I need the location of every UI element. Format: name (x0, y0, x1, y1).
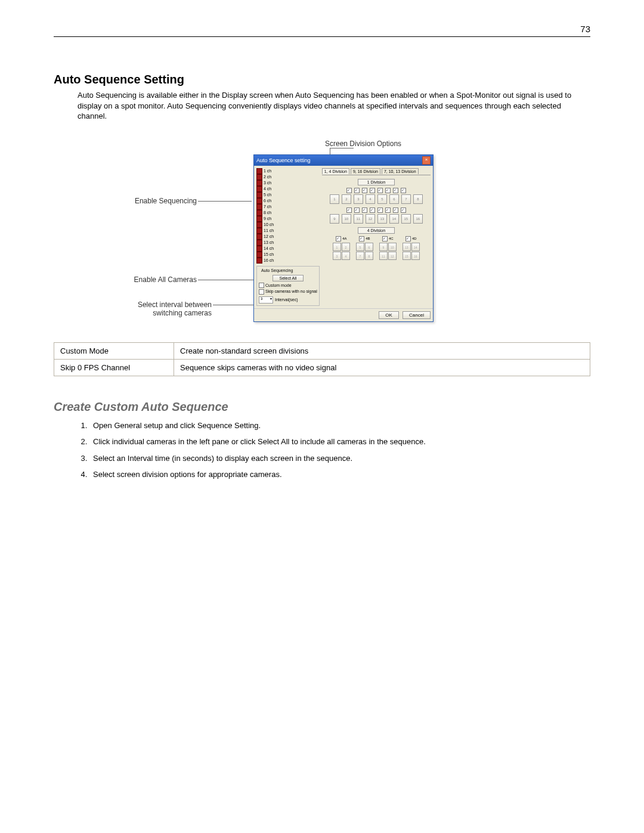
channel-label: 13 ch (264, 240, 274, 244)
channel-checkbox[interactable] (370, 208, 375, 213)
channel-row[interactable]: 14 ch (256, 246, 286, 252)
channel-checkbox[interactable] (354, 208, 360, 213)
dialog-footer: OK Cancel (254, 308, 433, 321)
figure-area: Screen Division Options Enable Sequencin… (128, 140, 516, 324)
channel-checkbox[interactable] (385, 208, 391, 213)
channel-buttons-row-1: 12345678 (322, 194, 431, 204)
channel-checkbox[interactable] (393, 208, 398, 213)
channel-button[interactable]: 10 (342, 214, 351, 224)
channel-label: 3 ch (264, 181, 271, 185)
channel-checkbox[interactable] (370, 188, 375, 193)
channel-button[interactable]: 12 (366, 214, 375, 224)
def-key: Custom Mode (54, 342, 174, 359)
channel-label: 16 ch (264, 258, 274, 262)
channel-row[interactable]: 16 ch (256, 258, 286, 264)
channel-button[interactable]: 5 (377, 194, 387, 204)
group-checkbox[interactable] (405, 236, 411, 241)
interval-select[interactable]: 3 (259, 296, 273, 304)
channel-row[interactable]: 10 ch (256, 222, 286, 228)
channel-label: 6 ch (264, 199, 271, 203)
channel-enable-icon (256, 216, 262, 222)
channel-row[interactable]: 5 ch (256, 192, 286, 198)
skip-nosignal-checkbox[interactable]: Skip cameras with no signal (259, 289, 317, 295)
channel-enable-icon (256, 210, 262, 216)
ok-button[interactable]: OK (379, 311, 399, 319)
channel-row[interactable]: 15 ch (256, 252, 286, 258)
four-grid-c[interactable]: 9101112 (379, 243, 397, 260)
channel-row[interactable]: 9 ch (256, 216, 286, 222)
group-checkbox[interactable] (382, 236, 388, 241)
channel-row[interactable]: 12 ch (256, 234, 286, 240)
channel-button[interactable]: 16 (413, 214, 423, 224)
tab-9-16-division[interactable]: 9, 16 Division (351, 168, 380, 174)
channel-row[interactable]: 13 ch (256, 240, 286, 246)
table-row: Skip 0 FPS Channel Sequence skips camera… (54, 359, 590, 376)
channel-label: 8 ch (264, 210, 271, 215)
channel-button[interactable]: 11 (354, 214, 363, 224)
channel-checkbox[interactable] (393, 188, 398, 193)
channel-button[interactable]: 6 (389, 194, 399, 204)
four-grid-b[interactable]: 5678 (356, 243, 373, 260)
heading-auto-sequence: Auto Sequence Setting (54, 73, 590, 86)
four-division-row: 4A 1234 4B 5678 4C 9101112 4D (322, 236, 431, 260)
interval-label: Interval(sec) (275, 298, 298, 302)
channel-checkbox[interactable] (385, 188, 391, 193)
channel-button[interactable]: 3 (354, 194, 363, 204)
group-checkbox[interactable] (359, 236, 364, 241)
close-icon[interactable]: × (422, 156, 431, 165)
channel-checkbox[interactable] (346, 188, 352, 193)
channel-checkbox[interactable] (377, 188, 383, 193)
channel-button[interactable]: 8 (413, 194, 423, 204)
heading-create-custom: Create Custom Auto Sequence (54, 400, 590, 414)
channel-checkbox[interactable] (362, 188, 367, 193)
channel-row[interactable]: 1 ch (256, 168, 286, 174)
list-item: Select an Interval time (in seconds) to … (89, 453, 590, 465)
tab-7-10-13-division[interactable]: 7, 10, 13 Division (382, 168, 419, 174)
channel-checkbox[interactable] (362, 208, 367, 213)
channel-row[interactable]: 8 ch (256, 210, 286, 216)
channel-button[interactable]: 14 (389, 214, 399, 224)
custom-mode-checkbox[interactable]: Custom mode (259, 283, 317, 288)
channel-enable-icon (256, 198, 262, 204)
channel-row[interactable]: 7 ch (256, 204, 286, 210)
channel-button[interactable]: 15 (401, 214, 411, 224)
channel-button[interactable]: 2 (342, 194, 351, 204)
channel-row[interactable]: 11 ch (256, 228, 286, 234)
list-item: Open General setup and click Sequence Se… (89, 420, 590, 432)
channel-checkbox[interactable] (401, 188, 406, 193)
channel-enable-icon (256, 228, 262, 234)
auto-sequence-dialog: Auto Sequence setting × 1 ch2 ch3 ch4 ch… (253, 154, 434, 322)
channel-checkbox[interactable] (401, 208, 406, 213)
channel-label: 9 ch (264, 216, 271, 221)
channel-checkbox[interactable] (377, 208, 383, 213)
channel-button[interactable]: 13 (377, 214, 387, 224)
four-grid-d[interactable]: 13141516 (402, 243, 420, 260)
channel-button[interactable]: 7 (401, 194, 411, 204)
channel-row[interactable]: 2 ch (256, 174, 286, 180)
channel-checkbox[interactable] (354, 188, 360, 193)
channel-button[interactable]: 9 (330, 214, 339, 224)
channel-row[interactable]: 4 ch (256, 186, 286, 192)
channel-row[interactable]: 6 ch (256, 198, 286, 204)
group-label-4b: 4B (366, 237, 370, 240)
channel-button[interactable]: 4 (366, 194, 375, 204)
channel-label: 15 ch (264, 252, 274, 256)
def-val: Sequence skips cameras with no video sig… (174, 359, 590, 376)
dialog-titlebar[interactable]: Auto Sequence setting × (254, 155, 433, 166)
channel-row[interactable]: 3 ch (256, 180, 286, 186)
channel-enable-icon (256, 180, 262, 186)
cancel-button[interactable]: Cancel (402, 311, 431, 319)
steps-list: Open General setup and click Sequence Se… (78, 420, 590, 481)
channel-enable-icon (256, 222, 262, 228)
group-checkbox[interactable] (336, 236, 341, 241)
four-grid-a[interactable]: 1234 (333, 243, 350, 260)
channel-button[interactable]: 1 (330, 194, 339, 204)
select-all-button[interactable]: Select All (273, 275, 304, 281)
checkbox-row-1 (322, 188, 431, 193)
channel-checkbox[interactable] (346, 208, 352, 213)
tab-1-4-division[interactable]: 1, 4 Division (322, 168, 349, 174)
channel-enable-icon (256, 204, 262, 210)
list-item: Click individual cameras in the left pan… (89, 436, 590, 448)
group-label: Auto Sequencing (260, 268, 294, 272)
channel-label: 5 ch (264, 193, 271, 197)
